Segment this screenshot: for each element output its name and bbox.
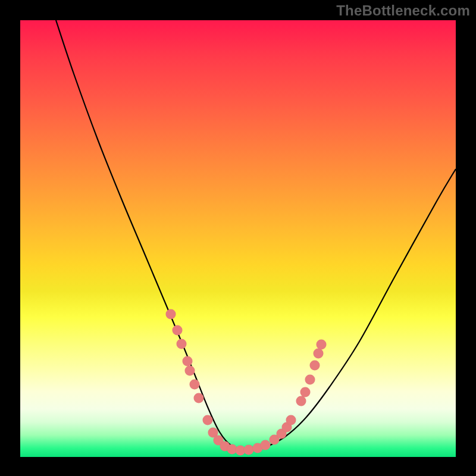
sample-dot — [194, 393, 204, 403]
chart-frame: TheBottleneck.com — [0, 0, 476, 476]
sample-dot — [300, 387, 311, 397]
sample-dot — [314, 349, 324, 359]
sample-dot — [317, 340, 327, 350]
sample-dot — [310, 361, 320, 371]
sample-dot — [203, 415, 213, 425]
sample-dot — [166, 309, 176, 320]
sample-dot — [286, 415, 296, 425]
watermark-text: TheBottleneck.com — [336, 2, 470, 19]
sample-dot — [183, 356, 193, 367]
sample-dot — [305, 375, 315, 385]
sample-dots-group — [166, 309, 327, 456]
curve-layer — [20, 20, 456, 457]
sample-dot — [296, 396, 306, 406]
bottleneck-curve — [56, 20, 456, 450]
sample-dot — [177, 339, 187, 349]
sample-dot — [261, 440, 271, 450]
sample-dot — [244, 445, 254, 455]
sample-dot — [190, 380, 200, 390]
plot-area — [20, 20, 456, 457]
sample-dot — [173, 325, 183, 336]
sample-dot — [185, 366, 195, 376]
